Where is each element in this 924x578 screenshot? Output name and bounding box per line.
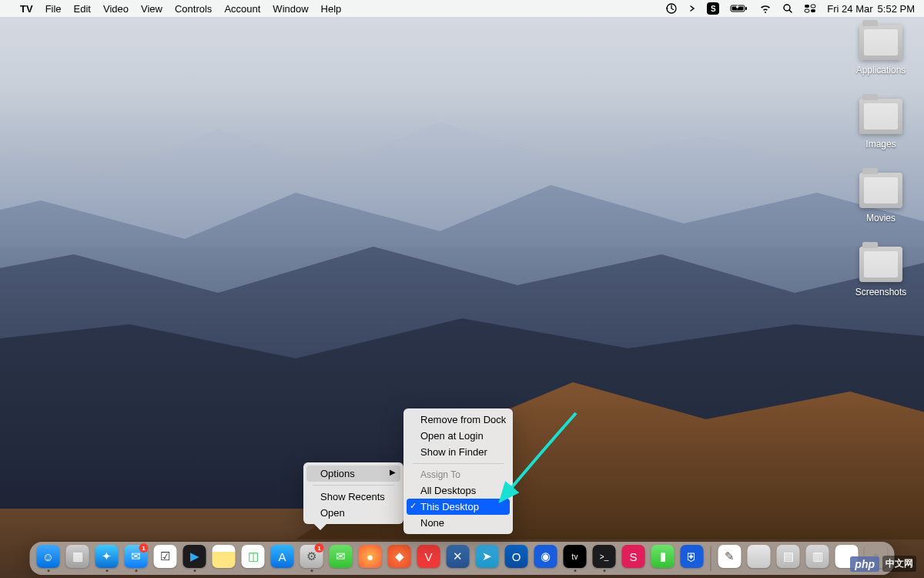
dock-app-messages[interactable]: ✉ <box>327 545 355 572</box>
dock-app-bitwarden[interactable]: ◉ <box>532 545 560 572</box>
ctx-separator <box>313 485 394 486</box>
running-indicator <box>47 570 49 572</box>
dock-app-stack3[interactable]: ▥ <box>804 545 832 572</box>
dock-app-vivaldi[interactable]: V <box>415 545 443 572</box>
ctx-item-label: This Desktop <box>420 501 479 512</box>
status-app-badge[interactable]: S <box>707 2 719 15</box>
brave-icon: ◆ <box>388 545 411 568</box>
desktop-icon-screenshots[interactable]: Screenshots <box>850 247 912 297</box>
dock-app-stack1[interactable] <box>745 545 773 572</box>
desktop-icons-column: Applications Images Movies Screenshots <box>850 25 912 297</box>
checkmark-icon: ✓ <box>410 501 417 511</box>
status-date[interactable]: Fri 24 Mar <box>827 3 872 15</box>
status-battery-icon[interactable] <box>730 4 748 13</box>
svg-rect-8 <box>811 9 815 12</box>
menu-help[interactable]: Help <box>321 3 342 15</box>
status-time[interactable]: 5:52 PM <box>878 3 915 15</box>
running-indicator <box>603 570 605 572</box>
appletv-icon: tv <box>564 545 587 568</box>
status-controlcenter-icon[interactable] <box>804 4 816 13</box>
running-indicator <box>135 570 137 572</box>
ctx-open-at-login[interactable]: Open at Login <box>407 428 510 444</box>
desktop-icon-applications[interactable]: Applications <box>850 25 912 76</box>
dock-app-stack2[interactable]: ▤ <box>775 545 802 572</box>
menubar-app-name[interactable]: TV <box>20 3 33 15</box>
reminders-icon: ☑ <box>154 545 177 568</box>
ctx-none[interactable]: None <box>407 515 510 531</box>
status-spotlight-icon[interactable] <box>782 3 793 14</box>
menu-account[interactable]: Account <box>224 3 260 15</box>
terminal-icon: >_ <box>593 545 616 568</box>
dock-app-textedit[interactable]: ✎ <box>716 545 744 572</box>
dock: ☺▦✦✉1☑▶◫A⚙1✉●◆V✕➤O◉tv>_S▮⛨✎▤▥🗑 <box>30 542 895 575</box>
ctx-show-in-finder[interactable]: Show in Finder <box>407 444 510 460</box>
dock-app-tools[interactable]: ✕ <box>444 545 472 572</box>
dock-app-notes[interactable] <box>210 545 238 572</box>
dock-app-launchpad[interactable]: ▦ <box>64 545 92 572</box>
ctx-show-recents[interactable]: Show Recents <box>306 489 400 505</box>
firefox-icon: ● <box>359 545 382 568</box>
status-wifi-icon[interactable] <box>759 4 772 13</box>
dock-app-brave[interactable]: ◆ <box>386 545 413 572</box>
dock-app-safari[interactable]: ✦ <box>93 545 121 572</box>
telegram-icon: ➤ <box>476 545 499 568</box>
notes-icon <box>213 545 236 568</box>
stack2-icon: ▤ <box>777 545 800 568</box>
dock-app-slack-s[interactable]: S <box>620 545 648 572</box>
watermark: php 中文网 <box>850 556 916 572</box>
svg-rect-5 <box>805 5 809 8</box>
bitwarden-icon: ◉ <box>534 545 557 568</box>
appstore-icon: A <box>271 545 294 568</box>
vivaldi-icon: V <box>417 545 440 568</box>
stack1-icon <box>748 545 771 568</box>
outlook-icon: O <box>505 545 528 568</box>
ctx-remove-from-dock[interactable]: Remove from Dock <box>407 412 510 428</box>
shield-icon: ⛨ <box>681 545 704 568</box>
desktop-icon-label: Applications <box>856 65 906 76</box>
dock-app-mail[interactable]: ✉1 <box>122 545 150 572</box>
menu-controls[interactable]: Controls <box>175 3 212 15</box>
desktop-icon-images[interactable]: Images <box>850 99 912 150</box>
dock-context-menu: Options▶ Show Recents Open <box>303 462 403 524</box>
dock-app-appletv[interactable]: tv <box>561 545 589 572</box>
ctx-item-label: Options <box>320 468 355 479</box>
status-chevron-icon[interactable] <box>688 5 696 12</box>
dock-app-terminal[interactable]: >_ <box>591 545 618 572</box>
dock-app-telegram[interactable]: ➤ <box>474 545 501 572</box>
desktop-icon-movies[interactable]: Movies <box>850 173 912 223</box>
dock-app-shield[interactable]: ⛨ <box>678 545 706 572</box>
dock-app-finder[interactable]: ☺ <box>35 545 62 572</box>
watermark-cn: 中文网 <box>882 556 916 572</box>
ctx-open[interactable]: Open <box>306 505 400 521</box>
dock-app-facetime[interactable]: ▮ <box>649 545 677 572</box>
facetime-icon: ▮ <box>651 545 675 568</box>
menu-view[interactable]: View <box>141 3 162 15</box>
finder-icon: ☺ <box>37 545 60 568</box>
dock-app-outlook[interactable]: O <box>503 545 531 572</box>
svg-rect-7 <box>805 9 809 12</box>
ctx-options[interactable]: Options▶ <box>306 465 400 482</box>
dock-app-appstore[interactable]: A <box>269 545 296 572</box>
dock-app-firefox[interactable]: ● <box>357 545 384 572</box>
status-timemachine-icon[interactable] <box>665 2 678 15</box>
dock-app-media[interactable]: ▶ <box>181 545 209 572</box>
dock-app-numbers[interactable]: ◫ <box>239 545 267 572</box>
menu-video[interactable]: Video <box>103 3 129 15</box>
ctx-this-desktop[interactable]: ✓This Desktop <box>407 499 510 515</box>
chevron-right-icon: ▶ <box>390 468 396 476</box>
slack-s-icon: S <box>622 545 645 568</box>
ctx-assign-to-header: Assign To <box>407 467 510 482</box>
ctx-all-desktops[interactable]: All Desktops <box>407 482 510 499</box>
notification-badge: 1 <box>315 543 324 553</box>
numbers-icon: ◫ <box>242 545 265 568</box>
dock-options-submenu: Remove from Dock Open at Login Show in F… <box>403 408 513 534</box>
running-indicator <box>193 570 196 572</box>
dock-app-settings[interactable]: ⚙1 <box>298 545 326 572</box>
menu-file[interactable]: File <box>45 3 62 15</box>
svg-rect-6 <box>811 5 815 8</box>
menu-edit[interactable]: Edit <box>74 3 91 15</box>
dock-app-reminders[interactable]: ☑ <box>152 545 179 572</box>
running-indicator <box>310 570 313 572</box>
menu-window[interactable]: Window <box>273 3 308 15</box>
notification-badge: 1 <box>139 543 149 553</box>
